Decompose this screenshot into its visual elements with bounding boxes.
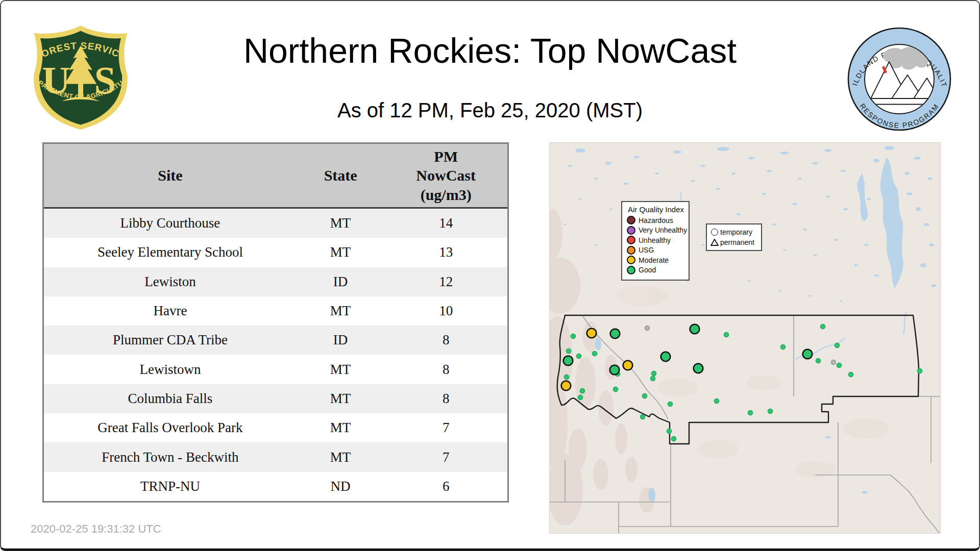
table-row: Columbia FallsMT8: [44, 384, 507, 413]
wfaqrp-logo: WILDLAND FIRE • AIR QUALITY RESPONSE PRO…: [844, 22, 954, 136]
monitor-type-legend: temporarypermanent: [706, 223, 762, 251]
type-legend-label: temporary: [720, 228, 752, 236]
table-cell: Libby Courthouse: [44, 209, 297, 238]
page-subtitle: As of 12 PM, Feb 25, 2020 (MST): [1, 99, 979, 122]
aqi-legend-item: Unhealthy: [627, 236, 684, 244]
monitor-marker-large: [587, 329, 597, 338]
table-row: LewistownMT8: [44, 355, 507, 384]
monitor-marker-small: [613, 387, 618, 391]
aqi-legend: Air Quality Index HazardousVery Unhealth…: [621, 201, 690, 281]
nowcast-table: Site State PM NowCast (ug/m3) Libby Cour…: [42, 142, 509, 503]
table-row: LewistonID12: [44, 267, 507, 296]
table-row: Libby CourthouseMT14: [44, 209, 507, 238]
table-cell: 10: [384, 296, 507, 325]
monitor-marker-small: [780, 344, 785, 349]
type-legend-item: temporary: [710, 227, 758, 237]
aqi-color-swatch: [627, 266, 635, 274]
aqi-legend-item: Hazardous: [627, 216, 684, 224]
monitor-marker-large: [561, 381, 571, 391]
aqi-legend-item: Good: [627, 266, 684, 274]
table-cell: 7: [384, 442, 507, 471]
monitor-marker-small: [714, 398, 719, 403]
generated-timestamp: 2020-02-25 19:31:32 UTC: [31, 522, 161, 536]
monitor-marker-small: [578, 395, 582, 399]
monitor-marker-small: [835, 343, 839, 347]
table-cell: 12: [384, 267, 507, 296]
type-legend-label: permanent: [720, 238, 754, 246]
monitor-marker-small: [640, 414, 645, 419]
table-cell: Lewiston: [44, 267, 297, 296]
table-cell: MT: [297, 238, 385, 267]
table-cell: Great Falls Overlook Park: [44, 413, 297, 442]
aqi-color-swatch: [627, 236, 635, 244]
table-cell: MT: [297, 209, 385, 238]
monitor-marker-small: [592, 351, 597, 356]
monitor-marker-small: [576, 354, 581, 358]
monitor-marker-small: [816, 358, 820, 363]
aqi-legend-label: Hazardous: [639, 216, 673, 224]
table-cell: TRNP-NU: [44, 472, 297, 501]
page-title: Northern Rockies: Top NowCast: [1, 31, 979, 70]
monitor-marker-small: [650, 376, 655, 381]
table-cell: ID: [297, 267, 385, 296]
monitor-map: Air Quality Index HazardousVery Unhealth…: [550, 143, 940, 533]
monitor-marker-small: [820, 324, 825, 329]
table-header: Site State PM NowCast (ug/m3): [44, 144, 507, 209]
temporary-circle-icon: [710, 229, 719, 236]
table-cell: French Town - Beckwith: [44, 442, 297, 471]
column-header-pm-nowcast: PM NowCast (ug/m3): [384, 144, 507, 207]
monitor-marker-small: [724, 332, 728, 337]
monitor-marker-small: [642, 393, 647, 398]
table-cell: Columbia Falls: [44, 384, 297, 413]
aqi-legend-label: Unhealthy: [639, 236, 671, 244]
basemap: [550, 143, 940, 533]
table-body: Libby CourthouseMT14Seeley Elementary Sc…: [44, 209, 507, 501]
type-legend-item: permanent: [710, 237, 758, 247]
monitor-marker-small: [917, 368, 922, 373]
table-row: Plummer CDA TribeID8: [44, 325, 507, 355]
table-cell: ID: [297, 325, 385, 355]
monitor-marker-large: [661, 352, 671, 362]
monitor-marker-small: [571, 334, 575, 338]
table-row: French Town - BeckwithMT7: [44, 442, 507, 471]
table-cell: MT: [297, 384, 385, 413]
aqi-legend-item: USG: [627, 246, 684, 255]
table-cell: MT: [297, 296, 385, 325]
aqi-color-swatch: [627, 246, 635, 255]
aqi-color-swatch: [627, 216, 635, 224]
monitor-marker-small: [768, 409, 772, 413]
monitor-marker-small: [667, 429, 671, 433]
table-cell: 8: [384, 325, 507, 355]
aqi-legend-item: Moderate: [627, 256, 684, 264]
monitor-marker-large: [623, 361, 633, 370]
table-row: Seeley Elementary SchoolMT13: [44, 238, 507, 267]
column-header-site: Site: [44, 144, 297, 207]
monitor-marker-large: [803, 349, 813, 359]
aqi-legend-label: Very Unhealthy: [639, 226, 687, 234]
table-row: TRNP-NUND6: [44, 472, 507, 501]
monitor-marker-small: [671, 436, 676, 441]
monitor-marker-small: [645, 325, 649, 330]
table-cell: 13: [384, 238, 507, 267]
monitor-marker-small: [837, 363, 841, 367]
monitor-marker-large: [564, 356, 573, 366]
permanent-triangle-icon: [710, 239, 719, 246]
table-cell: Havre: [44, 296, 297, 325]
table-cell: MT: [297, 413, 385, 442]
column-header-state: State: [297, 144, 385, 207]
table-row: Great Falls Overlook ParkMT7: [44, 413, 507, 442]
table-cell: 14: [384, 209, 507, 238]
report-page: FOREST SERVICE U S DEPARTMENT OF AGRICUL…: [0, 0, 980, 551]
table-cell: 8: [384, 384, 507, 413]
aqi-legend-item: Very Unhealthy: [627, 226, 684, 235]
table-cell: 7: [384, 413, 507, 442]
aqi-color-swatch: [627, 256, 635, 264]
monitor-marker-large: [610, 329, 620, 339]
monitor-marker-small: [668, 402, 672, 406]
aqi-legend-label: Moderate: [639, 256, 669, 264]
monitor-marker-small: [651, 371, 656, 375]
table-cell: Seeley Elementary School: [44, 238, 297, 267]
aqi-legend-title: Air Quality Index: [628, 205, 684, 214]
monitor-marker-small: [848, 372, 853, 377]
monitor-marker-small: [831, 360, 836, 364]
